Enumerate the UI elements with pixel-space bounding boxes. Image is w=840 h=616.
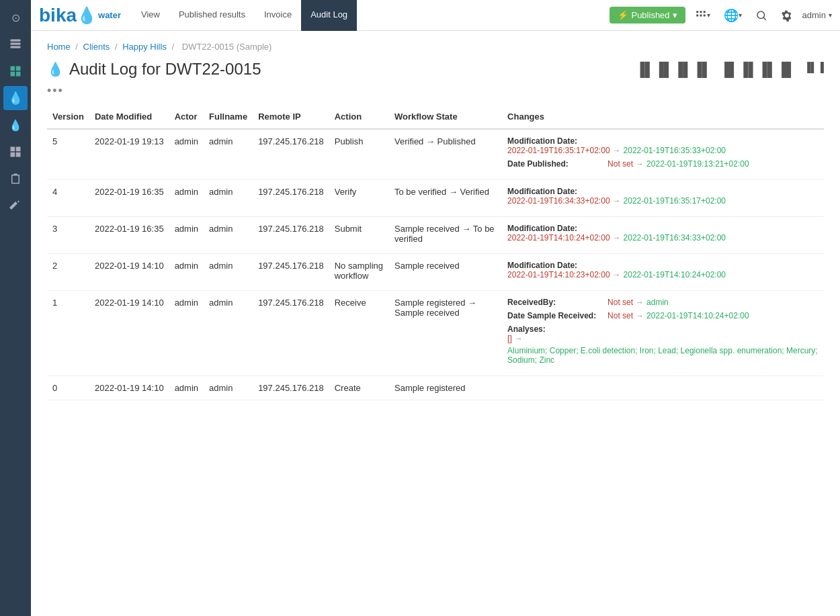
page-drop-icon: 💧 [47,61,64,77]
sidebar-item-grid[interactable] [3,140,28,164]
cell-fullname: admin [204,376,253,400]
sidebar-item-drop2[interactable]: 💧 [3,113,28,137]
change-label: Date Published: [507,159,605,169]
nav-view[interactable]: View [132,0,169,31]
table-row: 32022-01-19 16:35adminadmin197.245.176.2… [47,217,824,254]
sidebar-item-clients[interactable] [3,59,28,83]
cell-remote-ip: 197.245.176.218 [253,217,329,254]
barcode-icon-1[interactable]: ▐▌▐▌▐▌▐▌ [636,62,712,77]
barcode-icon-2[interactable]: ▐▌▐▌▐▌▐▌ [720,62,796,77]
globe-button[interactable]: 🌐 ▾ [720,5,746,26]
settings-button[interactable] [777,7,797,24]
svg-rect-4 [16,147,21,152]
nav-audit-log[interactable]: Audit Log [301,0,357,31]
change-old-value: 2022-01-19T14:10:24+02:00 [507,233,610,243]
change-old-value: [] [507,334,512,343]
main-content: bika 💧 water View Published results Invo… [31,0,840,616]
admin-button[interactable]: admin ▾ [802,10,832,20]
cell-version: 0 [47,376,89,400]
change-new-value: 2022-01-19T16:35:17+02:00 [624,196,726,206]
change-row: Date Published:Not set → 2022-01-19T19:1… [507,159,818,169]
th-date-modified: Date Modified [89,106,169,129]
logo: bika 💧 water [39,5,121,26]
svg-rect-3 [11,147,15,152]
change-label: Date Sample Received: [507,311,605,320]
breadcrumb-home[interactable]: Home [47,42,71,52]
cell-remote-ip: 197.245.176.218 [253,254,329,291]
change-new-value: admin [646,298,669,307]
cell-fullname: admin [204,129,253,180]
cell-action: Receive [329,291,389,376]
change-label: ReceivedBy: [507,298,605,307]
change-values: [] → Aluminium; Copper; E.coli detection… [507,334,818,365]
globe-chevron: ▾ [739,11,742,19]
apps-button[interactable]: ▾ [691,7,714,24]
cell-changes: ReceivedBy:Not set → adminDate Sample Re… [502,291,824,376]
change-row: Analyses:[] → Aluminium; Copper; E.coli … [507,324,818,365]
breadcrumb-sep2: / [115,42,120,52]
change-new-value: 2022-01-19T19:13:21+02:00 [646,159,749,169]
cell-action: Submit [329,217,389,254]
published-button[interactable]: ⚡ Published ▾ [610,7,685,24]
globe-icon: 🌐 [724,8,739,23]
sidebar-item-link[interactable]: ⊙ [3,5,28,30]
cell-actor: admin [169,291,204,376]
change-values: 2022-01-19T16:35:17+02:00 → 2022-01-19T1… [507,146,726,155]
search-button[interactable] [751,7,771,24]
cell-actor: admin [169,129,204,180]
cell-changes: Modification Date:2022-01-19T14:10:24+02… [502,217,824,254]
chevron-down-icon: ▾ [673,10,677,20]
breadcrumb-client[interactable]: Happy Hills [122,42,167,52]
nav-invoice[interactable]: Invoice [255,0,301,31]
change-arrow-icon: → [636,298,644,307]
cell-actor: admin [169,217,204,254]
change-arrow-icon: → [636,311,644,320]
sidebar-item-water[interactable]: 💧 [3,86,28,110]
logo-drop-icon: 💧 [77,6,97,25]
logo-water: water [98,10,121,20]
page-header-icons: ▐▌▐▌▐▌▐▌ ▐▌▐▌▐▌▐▌ ▐▌▐ [636,62,824,77]
change-arrow-icon: → [613,233,621,243]
cell-actor: admin [169,376,204,400]
th-version: Version [47,106,89,129]
breadcrumb-clients[interactable]: Clients [83,42,110,52]
admin-label: admin [802,10,826,20]
sidebar-item-tool[interactable] [3,193,28,218]
page-header: 💧 Audit Log for DWT22-0015 ▐▌▐▌▐▌▐▌ ▐▌▐▌… [47,60,824,79]
change-values: 2022-01-19T14:10:23+02:00 → 2022-01-19T1… [507,270,726,279]
page-title: Audit Log for DWT22-0015 [69,60,261,79]
change-old-value: Not set [607,298,633,307]
cell-action: Publish [329,129,389,180]
svg-rect-0 [11,40,21,42]
change-arrow-icon: → [636,159,644,169]
cell-remote-ip: 197.245.176.218 [253,180,329,217]
change-row: Modification Date:2022-01-19T14:10:24+02… [507,224,818,243]
cell-version: 4 [47,180,89,217]
cell-actor: admin [169,254,204,291]
change-row: Date Sample Received:Not set → 2022-01-1… [507,311,818,320]
more-options-button[interactable]: ••• [47,84,824,98]
cell-fullname: admin [204,254,253,291]
cell-action: Create [329,376,389,400]
cell-date-modified: 2022-01-19 14:10 [89,291,169,376]
change-new-value: 2022-01-19T16:35:33+02:00 [624,146,726,155]
cell-date-modified: 2022-01-19 14:10 [89,254,169,291]
sidebar-item-samples[interactable] [3,32,28,56]
change-new-value: 2022-01-19T14:10:24+02:00 [646,311,749,320]
nav-published-results[interactable]: Published results [169,0,255,31]
change-label: Modification Date: [507,224,605,233]
svg-rect-10 [696,14,698,16]
table-header-row: Version Date Modified Actor Fullname Rem… [47,106,824,129]
cell-fullname: admin [204,180,253,217]
cell-fullname: admin [204,217,253,254]
cell-action: Verify [329,180,389,217]
svg-rect-8 [700,11,702,13]
change-arrow-icon: → [613,196,621,206]
svg-rect-9 [703,11,705,13]
svg-point-13 [757,11,765,19]
barcode-icon-3[interactable]: ▐▌▐ [804,62,824,77]
sidebar-item-clipboard[interactable] [3,167,28,191]
sidebar: ⊙ 💧 💧 [0,0,31,616]
change-row: Modification Date:2022-01-19T14:10:23+02… [507,261,818,279]
cell-version: 3 [47,217,89,254]
